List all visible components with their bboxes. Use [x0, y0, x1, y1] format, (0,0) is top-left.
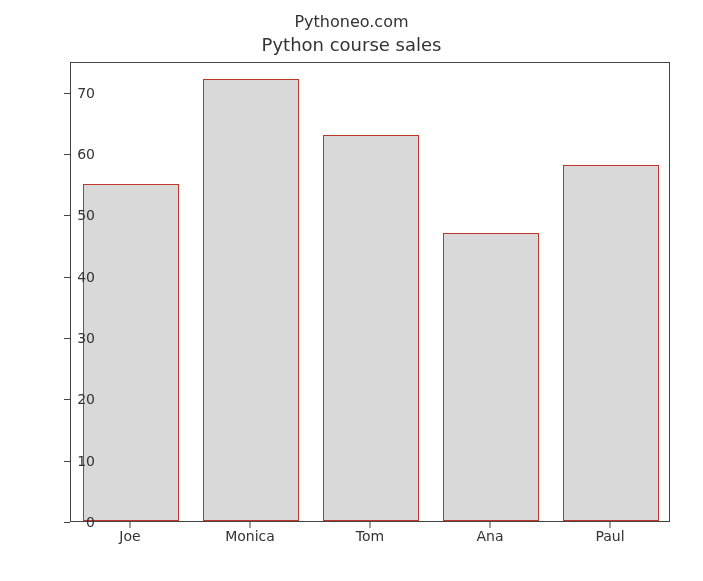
ytick-mark: [64, 277, 70, 278]
ytick-mark: [64, 154, 70, 155]
xtick-label: Monica: [225, 528, 275, 544]
ytick-mark: [64, 93, 70, 94]
bar-ana: [443, 233, 539, 521]
chart-title: Python course sales: [0, 34, 703, 55]
chart-container: Pythoneo.com Python course sales 0102030…: [0, 0, 703, 581]
xtick-label: Ana: [476, 528, 503, 544]
chart-suptitle: Pythoneo.com: [0, 12, 703, 31]
ytick-mark: [64, 338, 70, 339]
bar-monica: [203, 79, 299, 521]
ytick-mark: [64, 522, 70, 523]
xtick-label: Paul: [595, 528, 624, 544]
ytick-mark: [64, 399, 70, 400]
bar-paul: [563, 165, 659, 521]
ytick-mark: [64, 461, 70, 462]
ytick-mark: [64, 215, 70, 216]
bar-tom: [323, 135, 419, 521]
xtick-label: Tom: [356, 528, 384, 544]
xtick-label: Joe: [119, 528, 140, 544]
bar-joe: [83, 184, 179, 521]
plot-area: [70, 62, 670, 522]
